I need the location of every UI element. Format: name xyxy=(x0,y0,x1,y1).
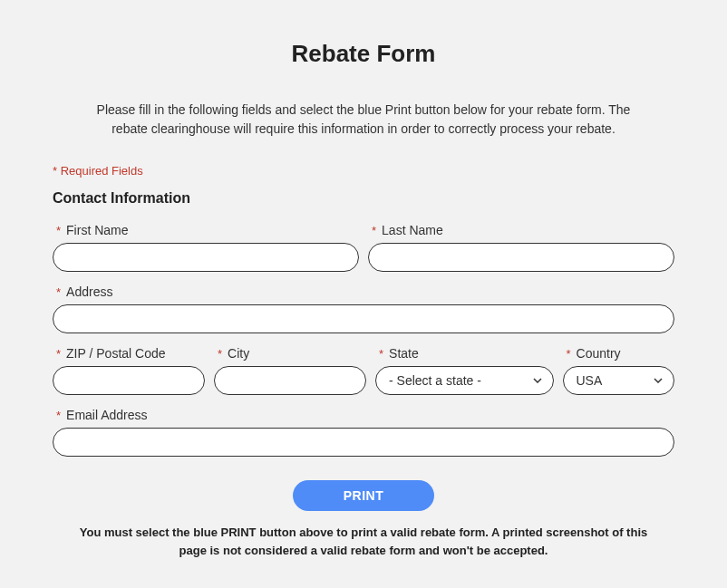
row-address: * Address xyxy=(53,284,674,333)
label-text-country: Country xyxy=(577,346,621,361)
required-star-icon: * xyxy=(379,347,383,361)
label-text-address: Address xyxy=(66,284,112,299)
required-fields-note: * Required Fields xyxy=(53,164,674,178)
state-select[interactable]: - Select a state - xyxy=(375,366,554,395)
label-text-city: City xyxy=(228,346,249,361)
field-city: * City xyxy=(214,346,366,395)
print-button-wrap: PRINT xyxy=(53,480,674,511)
label-text-zip: ZIP / Postal Code xyxy=(66,346,165,361)
field-first-name: * First Name xyxy=(53,223,359,272)
required-star-icon: * xyxy=(56,409,61,422)
label-zip: * ZIP / Postal Code xyxy=(53,346,205,361)
email-input[interactable] xyxy=(53,428,674,457)
field-email: * Email Address xyxy=(53,408,674,457)
row-location: * ZIP / Postal Code * City * State - Sel… xyxy=(53,346,674,395)
last-name-input[interactable] xyxy=(368,243,674,272)
field-zip: * ZIP / Postal Code xyxy=(53,346,205,395)
label-last-name: * Last Name xyxy=(368,223,674,237)
row-email: * Email Address xyxy=(53,408,674,457)
label-text-state: State xyxy=(389,346,419,361)
footer-note: You must select the blue PRINT button ab… xyxy=(64,524,663,559)
label-country: * Country xyxy=(563,346,675,361)
intro-text: Please fill in the following fields and … xyxy=(82,101,645,139)
zip-input[interactable] xyxy=(53,366,205,395)
required-star-icon: * xyxy=(567,347,571,361)
label-text-email: Email Address xyxy=(66,408,147,422)
row-name: * First Name * Last Name xyxy=(53,223,674,272)
print-button[interactable]: PRINT xyxy=(293,480,435,511)
section-heading-contact: Contact Information xyxy=(53,190,674,207)
city-input[interactable] xyxy=(214,366,366,395)
label-address: * Address xyxy=(53,284,674,299)
field-address: * Address xyxy=(53,284,674,333)
required-star-icon: * xyxy=(372,224,376,237)
field-last-name: * Last Name xyxy=(368,223,674,272)
required-star-icon: * xyxy=(56,347,61,361)
required-star-icon: * xyxy=(56,224,61,237)
label-state: * State xyxy=(375,346,554,361)
required-star-icon: * xyxy=(56,285,61,299)
address-input[interactable] xyxy=(53,304,674,333)
field-country: * Country USA xyxy=(563,346,675,395)
label-city: * City xyxy=(214,346,366,361)
label-text-first-name: First Name xyxy=(66,223,128,237)
label-email: * Email Address xyxy=(53,408,674,422)
rebate-form-card: Rebate Form Please fill in the following… xyxy=(16,16,711,586)
label-first-name: * First Name xyxy=(53,223,359,237)
page-title: Rebate Form xyxy=(53,40,674,68)
field-state: * State - Select a state - xyxy=(375,346,554,395)
first-name-input[interactable] xyxy=(53,243,359,272)
label-text-last-name: Last Name xyxy=(382,223,443,237)
required-star-icon: * xyxy=(218,347,222,361)
country-select[interactable]: USA xyxy=(563,366,675,395)
